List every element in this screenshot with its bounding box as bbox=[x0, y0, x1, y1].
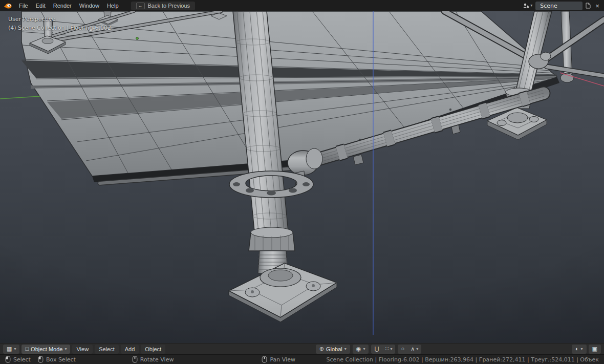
left-mouse-icon bbox=[5, 356, 11, 363]
chevron-down-icon: ▾ bbox=[14, 347, 16, 351]
menu-window[interactable]: Window bbox=[76, 1, 103, 10]
object-mode-icon: □ bbox=[25, 346, 29, 352]
status-bar: Select Box Select Rotate View Pan View S… bbox=[0, 354, 604, 364]
snap-group: ⋃ ∷ ▾ bbox=[371, 345, 395, 354]
chevron-down-icon: ▾ bbox=[530, 4, 532, 8]
menu-edit[interactable]: Edit bbox=[32, 1, 49, 10]
menu-select[interactable]: Select bbox=[95, 345, 119, 354]
hint-pan-view: Pan View bbox=[262, 356, 295, 363]
middle-mouse-icon bbox=[132, 356, 138, 363]
hint-label: Box Select bbox=[46, 356, 76, 363]
proportional-group: ○ ∧ ▾ bbox=[398, 345, 421, 354]
viewport-shading-dropdown[interactable]: ◐ ▾ bbox=[572, 345, 587, 354]
snap-toggle[interactable]: ⋃ bbox=[371, 345, 382, 354]
overlays-icon: ▣ bbox=[592, 346, 597, 352]
blender-logo-icon[interactable] bbox=[2, 3, 15, 9]
object-origin-dot bbox=[136, 37, 139, 40]
topbar: File Edit Render Window Help ← Back to P… bbox=[0, 0, 604, 11]
scene-statistics: Scene Collection | Flooring-6.002 | Верш… bbox=[327, 356, 599, 363]
viewport-3d-scene bbox=[0, 11, 604, 343]
proportional-circle-icon: ○ bbox=[401, 346, 404, 352]
scene-icon bbox=[523, 3, 529, 9]
hint-label: Pan View bbox=[270, 356, 295, 363]
y-axis-line bbox=[0, 96, 40, 99]
middle-mouse-icon bbox=[262, 356, 267, 363]
transform-orientation-dropdown[interactable]: ⊕ Global ▾ bbox=[316, 345, 350, 354]
proportional-editing-toggle[interactable]: ○ bbox=[398, 345, 407, 354]
shading-sphere-icon: ◐ bbox=[575, 346, 579, 352]
chevron-down-icon: ▾ bbox=[416, 347, 418, 351]
chevron-down-icon: ▾ bbox=[581, 347, 583, 351]
new-scene-button[interactable] bbox=[584, 2, 592, 10]
menu-object[interactable]: Object bbox=[141, 345, 165, 354]
snap-settings-dropdown[interactable]: ∷ ▾ bbox=[382, 345, 395, 354]
hint-box-select: Box Select bbox=[38, 356, 76, 363]
pivot-point-icon: ◉ bbox=[356, 346, 361, 352]
mode-dropdown[interactable]: □ Object Mode ▾ bbox=[21, 345, 70, 354]
snap-grid-icon: ∷ bbox=[385, 346, 389, 352]
back-to-previous-button[interactable]: ← Back to Previous bbox=[131, 2, 196, 10]
menu-file[interactable]: File bbox=[15, 1, 32, 10]
left-mouse-drag-icon bbox=[38, 356, 44, 363]
chevron-down-icon: ▾ bbox=[64, 347, 67, 351]
transform-snap-group: ⊕ Global ▾ ◉ ▾ ⋃ ∷ ▾ ○ bbox=[316, 345, 421, 354]
new-scene-icon bbox=[586, 3, 591, 9]
editor-type-icon: ▦ bbox=[7, 346, 12, 352]
scene-selector-group: ▾ Scene × bbox=[522, 1, 602, 11]
scaffold-base-plate bbox=[229, 263, 337, 322]
menu-view[interactable]: View bbox=[72, 345, 93, 354]
magnet-icon: ⋃ bbox=[374, 346, 379, 352]
browse-scene-button[interactable]: ▾ bbox=[522, 2, 534, 10]
show-overlays-toggle[interactable]: ▣ bbox=[589, 345, 601, 354]
chevron-down-icon: ▾ bbox=[363, 347, 365, 351]
hint-label: Rotate View bbox=[140, 356, 174, 363]
shading-group: ◐ ▾ ▣ bbox=[572, 345, 601, 354]
back-arrow-icon: ← bbox=[136, 3, 145, 9]
proportional-falloff-dropdown[interactable]: ∧ ▾ bbox=[407, 345, 421, 354]
menu-help[interactable]: Help bbox=[103, 1, 122, 10]
chevron-down-icon: ▾ bbox=[390, 347, 392, 351]
hint-select: Select bbox=[5, 356, 31, 363]
chevron-down-icon: ▾ bbox=[344, 347, 347, 351]
unlink-scene-button[interactable]: × bbox=[594, 1, 601, 11]
blender-window: File Edit Render Window Help ← Back to P… bbox=[0, 0, 604, 364]
mode-label: Object Mode bbox=[31, 346, 62, 352]
scene-name-value: Scene bbox=[540, 3, 557, 9]
editor-type-button[interactable]: ▦ ▾ bbox=[3, 345, 19, 354]
menu-add[interactable]: Add bbox=[121, 345, 139, 354]
pivot-point-dropdown[interactable]: ◉ ▾ bbox=[353, 345, 369, 354]
viewport-header: ▦ ▾ □ Object Mode ▾ View Select Add Obje… bbox=[0, 343, 604, 354]
hint-rotate-view: Rotate View bbox=[132, 356, 174, 363]
hint-label: Select bbox=[13, 356, 31, 363]
falloff-curve-icon: ∧ bbox=[411, 346, 415, 352]
viewport-3d[interactable]: User Perspective (4) Scene Collection | … bbox=[0, 11, 604, 343]
orientation-globe-icon: ⊕ bbox=[319, 346, 324, 352]
scene-name-field[interactable]: Scene bbox=[535, 2, 583, 10]
menu-render[interactable]: Render bbox=[50, 1, 75, 10]
orientation-label: Global bbox=[326, 346, 342, 352]
back-to-previous-label: Back to Previous bbox=[148, 3, 190, 9]
